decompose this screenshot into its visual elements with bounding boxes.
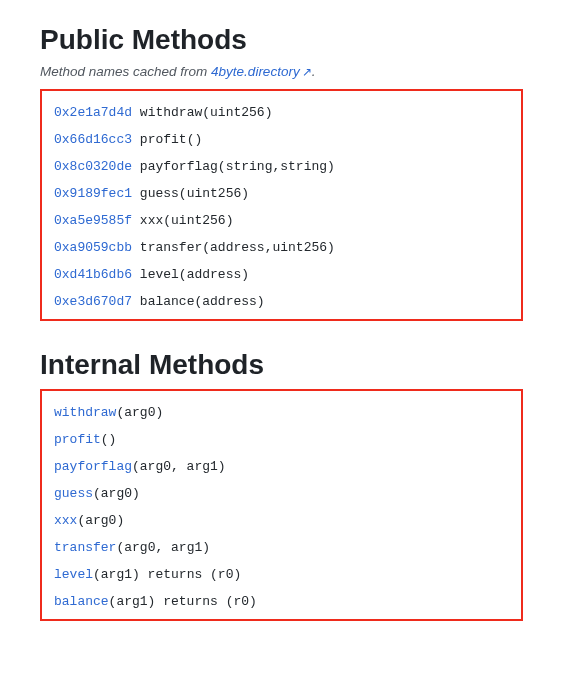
fourbyte-link[interactable]: 4byte.directory↗: [211, 64, 312, 79]
external-link-icon: ↗: [302, 65, 312, 79]
public-method-row: 0x66d16cc3 profit(): [54, 126, 509, 153]
internal-method-name[interactable]: withdraw: [54, 405, 116, 420]
method-selector[interactable]: 0x8c0320de: [54, 159, 132, 174]
public-methods-panel: 0x2e1a7d4d withdraw(uint256)0x66d16cc3 p…: [40, 89, 523, 321]
internal-method-args: (): [101, 432, 117, 447]
public-method-row: 0xe3d670d7 balance(address): [54, 288, 509, 315]
method-signature: transfer(address,uint256): [140, 240, 335, 255]
internal-method-name[interactable]: xxx: [54, 513, 77, 528]
internal-method-args: (arg1) returns (r0): [109, 594, 257, 609]
internal-method-row: xxx(arg0): [54, 507, 509, 534]
public-method-row: 0x2e1a7d4d withdraw(uint256): [54, 99, 509, 126]
public-method-row: 0xa5e9585f xxx(uint256): [54, 207, 509, 234]
internal-method-row: transfer(arg0, arg1): [54, 534, 509, 561]
method-signature: profit(): [140, 132, 202, 147]
method-selector[interactable]: 0xd41b6db6: [54, 267, 132, 282]
internal-methods-panel: withdraw(arg0)profit()payforflag(arg0, a…: [40, 389, 523, 621]
internal-method-name[interactable]: balance: [54, 594, 109, 609]
public-methods-caption: Method names cached from 4byte.directory…: [40, 64, 523, 79]
internal-method-name[interactable]: guess: [54, 486, 93, 501]
method-selector[interactable]: 0xa5e9585f: [54, 213, 132, 228]
internal-method-name[interactable]: payforflag: [54, 459, 132, 474]
internal-methods-heading: Internal Methods: [40, 349, 523, 381]
internal-method-args: (arg1) returns (r0): [93, 567, 241, 582]
public-method-row: 0x9189fec1 guess(uint256): [54, 180, 509, 207]
internal-method-row: profit(): [54, 426, 509, 453]
public-method-row: 0xd41b6db6 level(address): [54, 261, 509, 288]
method-signature: withdraw(uint256): [140, 105, 273, 120]
method-signature: balance(address): [140, 294, 265, 309]
internal-method-name[interactable]: transfer: [54, 540, 116, 555]
internal-method-row: balance(arg1) returns (r0): [54, 588, 509, 615]
caption-suffix: .: [312, 64, 316, 79]
method-selector[interactable]: 0x2e1a7d4d: [54, 105, 132, 120]
internal-method-args: (arg0): [93, 486, 140, 501]
internal-method-row: payforflag(arg0, arg1): [54, 453, 509, 480]
internal-method-row: level(arg1) returns (r0): [54, 561, 509, 588]
internal-method-name[interactable]: level: [54, 567, 93, 582]
method-signature: guess(uint256): [140, 186, 249, 201]
method-selector[interactable]: 0xe3d670d7: [54, 294, 132, 309]
internal-method-row: guess(arg0): [54, 480, 509, 507]
internal-method-args: (arg0): [116, 405, 163, 420]
public-method-row: 0x8c0320de payforflag(string,string): [54, 153, 509, 180]
internal-method-row: withdraw(arg0): [54, 399, 509, 426]
method-selector[interactable]: 0x9189fec1: [54, 186, 132, 201]
method-selector[interactable]: 0xa9059cbb: [54, 240, 132, 255]
internal-method-name[interactable]: profit: [54, 432, 101, 447]
public-methods-heading: Public Methods: [40, 24, 523, 56]
method-selector[interactable]: 0x66d16cc3: [54, 132, 132, 147]
caption-prefix: Method names cached from: [40, 64, 211, 79]
public-method-row: 0xa9059cbb transfer(address,uint256): [54, 234, 509, 261]
fourbyte-link-text: 4byte.directory: [211, 64, 300, 79]
method-signature: payforflag(string,string): [140, 159, 335, 174]
method-signature: xxx(uint256): [140, 213, 234, 228]
method-signature: level(address): [140, 267, 249, 282]
internal-method-args: (arg0, arg1): [116, 540, 210, 555]
internal-method-args: (arg0): [77, 513, 124, 528]
internal-method-args: (arg0, arg1): [132, 459, 226, 474]
